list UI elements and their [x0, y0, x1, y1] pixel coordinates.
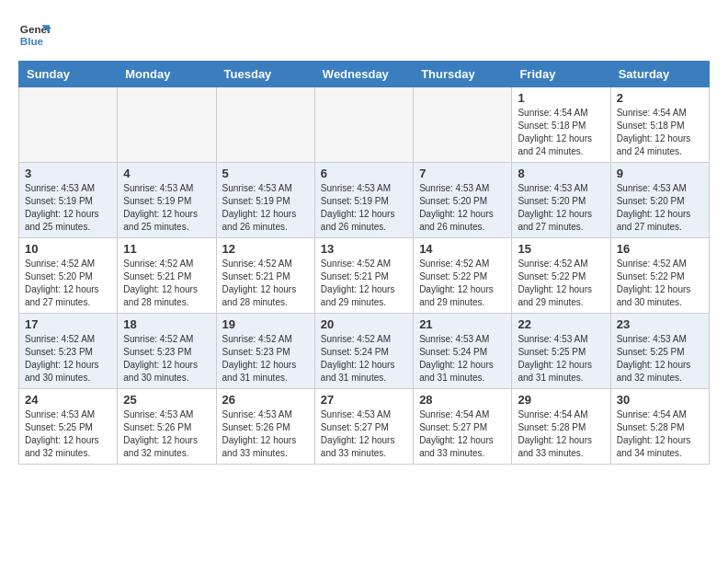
day-info: Sunrise: 4:53 AM Sunset: 5:19 PM Dayligh…	[123, 182, 210, 234]
day-info: Sunrise: 4:52 AM Sunset: 5:23 PM Dayligh…	[123, 333, 210, 385]
calendar-cell: 30Sunrise: 4:54 AM Sunset: 5:28 PM Dayli…	[610, 389, 709, 465]
day-number: 25	[123, 393, 210, 407]
calendar-cell: 18Sunrise: 4:52 AM Sunset: 5:23 PM Dayli…	[118, 314, 216, 389]
calendar-cell: 27Sunrise: 4:53 AM Sunset: 5:27 PM Dayli…	[314, 389, 413, 465]
day-number: 17	[25, 317, 111, 331]
day-number: 8	[518, 167, 604, 180]
weekday-header: Friday	[512, 62, 610, 87]
day-number: 1	[518, 91, 604, 105]
calendar-cell: 4Sunrise: 4:53 AM Sunset: 5:19 PM Daylig…	[118, 163, 216, 238]
calendar-cell: 25Sunrise: 4:53 AM Sunset: 5:26 PM Dayli…	[118, 389, 216, 465]
day-number: 11	[123, 242, 210, 256]
day-number: 13	[321, 242, 407, 256]
calendar-cell: 15Sunrise: 4:52 AM Sunset: 5:22 PM Dayli…	[512, 238, 610, 314]
day-info: Sunrise: 4:52 AM Sunset: 5:20 PM Dayligh…	[25, 258, 111, 309]
day-info: Sunrise: 4:53 AM Sunset: 5:24 PM Dayligh…	[419, 333, 506, 385]
calendar-cell: 28Sunrise: 4:54 AM Sunset: 5:27 PM Dayli…	[414, 389, 512, 465]
day-info: Sunrise: 4:53 AM Sunset: 5:25 PM Dayligh…	[617, 333, 703, 385]
day-number: 27	[321, 393, 407, 407]
day-number: 22	[518, 317, 604, 331]
calendar-cell: 13Sunrise: 4:52 AM Sunset: 5:21 PM Dayli…	[314, 238, 413, 314]
svg-text:Blue: Blue	[20, 35, 44, 47]
day-info: Sunrise: 4:52 AM Sunset: 5:22 PM Dayligh…	[419, 258, 506, 309]
day-number: 28	[419, 393, 506, 407]
day-info: Sunrise: 4:54 AM Sunset: 5:18 PM Dayligh…	[617, 107, 703, 158]
calendar-cell	[216, 87, 314, 163]
day-number: 9	[617, 167, 703, 180]
day-number: 10	[25, 242, 111, 256]
day-info: Sunrise: 4:52 AM Sunset: 5:23 PM Dayligh…	[25, 333, 111, 385]
calendar-cell: 8Sunrise: 4:53 AM Sunset: 5:20 PM Daylig…	[512, 163, 610, 238]
day-number: 16	[617, 242, 703, 256]
calendar-cell: 26Sunrise: 4:53 AM Sunset: 5:26 PM Dayli…	[216, 389, 314, 465]
calendar-cell: 21Sunrise: 4:53 AM Sunset: 5:24 PM Dayli…	[414, 314, 512, 389]
day-number: 6	[321, 167, 407, 180]
calendar-cell: 14Sunrise: 4:52 AM Sunset: 5:22 PM Dayli…	[414, 238, 512, 314]
calendar-cell	[118, 87, 216, 163]
day-info: Sunrise: 4:53 AM Sunset: 5:26 PM Dayligh…	[222, 408, 309, 460]
day-number: 12	[222, 242, 309, 256]
day-number: 2	[617, 91, 703, 105]
calendar-cell: 17Sunrise: 4:52 AM Sunset: 5:23 PM Dayli…	[19, 314, 118, 389]
day-number: 3	[25, 167, 111, 180]
calendar-cell: 3Sunrise: 4:53 AM Sunset: 5:19 PM Daylig…	[19, 163, 118, 238]
calendar-cell: 24Sunrise: 4:53 AM Sunset: 5:25 PM Dayli…	[19, 389, 118, 465]
calendar-cell	[414, 87, 512, 163]
calendar-cell: 16Sunrise: 4:52 AM Sunset: 5:22 PM Dayli…	[610, 238, 709, 314]
day-info: Sunrise: 4:54 AM Sunset: 5:27 PM Dayligh…	[419, 408, 506, 460]
calendar-cell: 12Sunrise: 4:52 AM Sunset: 5:21 PM Dayli…	[216, 238, 314, 314]
day-number: 29	[518, 393, 604, 407]
day-info: Sunrise: 4:53 AM Sunset: 5:20 PM Dayligh…	[518, 182, 604, 234]
calendar-week-row: 1Sunrise: 4:54 AM Sunset: 5:18 PM Daylig…	[19, 87, 710, 163]
day-number: 15	[518, 242, 604, 256]
calendar-cell	[314, 87, 413, 163]
day-info: Sunrise: 4:53 AM Sunset: 5:26 PM Dayligh…	[123, 408, 210, 460]
calendar-cell: 11Sunrise: 4:52 AM Sunset: 5:21 PM Dayli…	[118, 238, 216, 314]
weekday-header: Saturday	[610, 62, 709, 87]
calendar-cell: 2Sunrise: 4:54 AM Sunset: 5:18 PM Daylig…	[610, 87, 709, 163]
day-info: Sunrise: 4:53 AM Sunset: 5:25 PM Dayligh…	[25, 408, 111, 460]
day-info: Sunrise: 4:53 AM Sunset: 5:19 PM Dayligh…	[321, 182, 407, 234]
calendar-cell: 29Sunrise: 4:54 AM Sunset: 5:28 PM Dayli…	[512, 389, 610, 465]
day-info: Sunrise: 4:52 AM Sunset: 5:21 PM Dayligh…	[321, 258, 407, 309]
calendar-week-row: 3Sunrise: 4:53 AM Sunset: 5:19 PM Daylig…	[19, 163, 710, 238]
day-info: Sunrise: 4:54 AM Sunset: 5:28 PM Dayligh…	[518, 408, 604, 460]
weekday-header-row: SundayMondayTuesdayWednesdayThursdayFrid…	[19, 62, 710, 87]
day-number: 18	[123, 317, 210, 331]
calendar-cell: 1Sunrise: 4:54 AM Sunset: 5:18 PM Daylig…	[512, 87, 610, 163]
day-number: 23	[617, 317, 703, 331]
calendar-cell: 19Sunrise: 4:52 AM Sunset: 5:23 PM Dayli…	[216, 314, 314, 389]
weekday-header: Monday	[118, 62, 216, 87]
day-number: 30	[617, 393, 703, 407]
day-info: Sunrise: 4:53 AM Sunset: 5:19 PM Dayligh…	[25, 182, 111, 234]
day-info: Sunrise: 4:52 AM Sunset: 5:21 PM Dayligh…	[222, 258, 309, 309]
calendar-week-row: 17Sunrise: 4:52 AM Sunset: 5:23 PM Dayli…	[19, 314, 710, 389]
calendar-week-row: 10Sunrise: 4:52 AM Sunset: 5:20 PM Dayli…	[19, 238, 710, 314]
day-info: Sunrise: 4:54 AM Sunset: 5:28 PM Dayligh…	[617, 408, 703, 460]
calendar-table: SundayMondayTuesdayWednesdayThursdayFrid…	[18, 61, 710, 465]
day-number: 21	[419, 317, 506, 331]
calendar-cell	[19, 87, 118, 163]
calendar-cell: 22Sunrise: 4:53 AM Sunset: 5:25 PM Dayli…	[512, 314, 610, 389]
day-number: 24	[25, 393, 111, 407]
calendar-cell: 20Sunrise: 4:52 AM Sunset: 5:24 PM Dayli…	[314, 314, 413, 389]
day-info: Sunrise: 4:53 AM Sunset: 5:27 PM Dayligh…	[321, 408, 407, 460]
page-header: General Blue	[18, 18, 710, 52]
weekday-header: Tuesday	[216, 62, 314, 87]
day-number: 19	[222, 317, 309, 331]
weekday-header: Sunday	[19, 62, 118, 87]
day-info: Sunrise: 4:53 AM Sunset: 5:25 PM Dayligh…	[518, 333, 604, 385]
calendar-cell: 6Sunrise: 4:53 AM Sunset: 5:19 PM Daylig…	[314, 163, 413, 238]
day-info: Sunrise: 4:53 AM Sunset: 5:20 PM Dayligh…	[617, 182, 703, 234]
day-number: 20	[321, 317, 407, 331]
calendar-cell: 7Sunrise: 4:53 AM Sunset: 5:20 PM Daylig…	[414, 163, 512, 238]
day-number: 4	[123, 167, 210, 180]
calendar-cell: 9Sunrise: 4:53 AM Sunset: 5:20 PM Daylig…	[610, 163, 709, 238]
calendar-cell: 23Sunrise: 4:53 AM Sunset: 5:25 PM Dayli…	[610, 314, 709, 389]
day-number: 5	[222, 167, 309, 180]
weekday-header: Thursday	[414, 62, 512, 87]
day-info: Sunrise: 4:53 AM Sunset: 5:19 PM Dayligh…	[222, 182, 309, 234]
weekday-header: Wednesday	[314, 62, 413, 87]
logo-icon: General Blue	[18, 18, 51, 52]
logo: General Blue	[18, 18, 51, 52]
